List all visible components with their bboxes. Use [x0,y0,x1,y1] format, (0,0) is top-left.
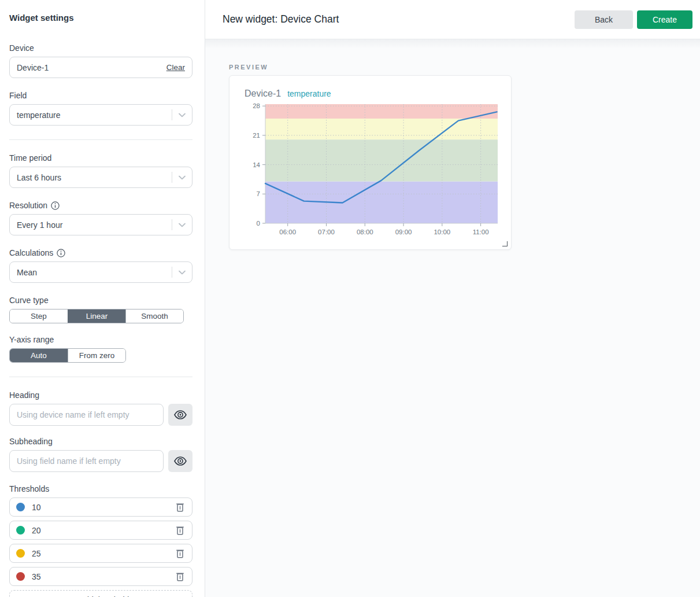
svg-text:09:00: 09:00 [395,229,412,235]
time-period-group: Time period Last 6 hours [9,153,192,188]
chevron-down-icon [179,270,186,274]
heading-label: Heading [9,390,192,400]
svg-text:7: 7 [257,190,260,197]
curve-type-option-step[interactable]: Step [10,309,68,323]
threshold-row: 35 [9,567,192,586]
widget-settings-sidebar: Widget settings Device Device-1 Clear Fi… [0,0,205,597]
widget-subheading: temperature [287,89,331,98]
trash-icon [176,574,184,583]
resolution-value: Every 1 hour [17,220,62,230]
svg-text:28: 28 [253,102,260,109]
chevron-down-icon [179,113,186,117]
curve-type-group: Curve type Step Linear Smooth [9,296,192,323]
create-button[interactable]: Create [637,10,692,29]
delete-threshold-button[interactable] [175,524,186,536]
delete-threshold-button[interactable] [175,570,186,583]
widget-title-row: Device-1 temperature [229,76,511,99]
preview-chart: 0714212806:0007:0008:0009:0010:0011:00 [229,100,512,238]
svg-text:11:00: 11:00 [473,229,489,235]
curve-type-segmented-control: Step Linear Smooth [9,309,184,323]
calculations-group: Calculations Mean [9,248,192,283]
svg-text:08:00: 08:00 [357,229,373,235]
device-value: Device-1 [17,63,49,72]
curve-type-option-smooth[interactable]: Smooth [125,309,183,323]
sidebar-title: Widget settings [9,13,192,23]
resolution-select[interactable]: Every 1 hour [9,214,192,235]
chevron-down-icon [179,223,186,227]
curve-type-label: Curve type [9,296,192,305]
y-axis-range-segmented-control: Auto From zero [9,348,126,363]
chart-container: 0714212806:0007:0008:0009:0010:0011:00 [229,100,511,240]
field-value: temperature [17,110,60,120]
chevron-down-icon [179,175,186,179]
page-header: New widget: Device Chart Back Create [205,0,700,39]
threshold-color-dot [16,549,25,558]
svg-text:14: 14 [253,161,260,168]
threshold-color-dot [16,572,25,581]
resolution-label: Resolution [9,201,47,210]
threshold-color-dot [16,526,25,535]
main-area: New widget: Device Chart Back Create PRE… [205,0,700,597]
time-period-select[interactable]: Last 6 hours [9,167,192,188]
y-axis-option-from-zero[interactable]: From zero [68,349,125,362]
device-group: Device Device-1 Clear [9,43,192,78]
trash-icon [176,505,184,514]
time-period-value: Last 6 hours [17,173,61,182]
threshold-value: 20 [32,526,175,535]
field-group: Field temperature [9,91,192,126]
trash-icon [176,528,184,537]
calculations-value: Mean [17,268,37,277]
sidebar-divider [9,377,192,377]
thresholds-label: Thresholds [9,484,192,493]
time-period-label: Time period [9,153,192,163]
field-label: Field [9,91,192,100]
svg-text:21: 21 [253,132,260,139]
delete-threshold-button[interactable] [175,501,186,513]
heading-input[interactable] [9,404,164,426]
info-icon[interactable] [57,249,65,257]
add-threshold-button[interactable]: + Add threshold [9,590,192,597]
threshold-color-dot [16,503,25,511]
preview-section-label: PREVIEW [229,64,700,71]
calculations-label: Calculations [9,248,53,257]
thresholds-group: Thresholds 10 20 25 35 [9,484,192,597]
calculations-select[interactable]: Mean [9,261,192,283]
back-button[interactable]: Back [575,10,633,29]
widget-heading: Device-1 [245,89,281,99]
trash-icon [176,551,184,560]
threshold-row: 20 [9,521,192,540]
resolution-group: Resolution Every 1 hour [9,201,192,235]
threshold-value: 35 [32,572,175,581]
device-field[interactable]: Device-1 Clear [9,57,192,78]
resize-handle-icon[interactable] [502,241,508,246]
heading-group: Heading [9,390,192,426]
subheading-visibility-button[interactable] [168,450,192,472]
svg-text:07:00: 07:00 [318,229,335,235]
heading-visibility-button[interactable] [168,404,192,426]
subheading-group: Subheading [9,437,192,472]
info-icon[interactable] [51,201,60,210]
subheading-input[interactable] [9,450,164,472]
svg-text:06:00: 06:00 [279,229,296,235]
field-select[interactable]: temperature [9,104,192,126]
y-axis-range-label: Y-axis range [9,335,192,344]
y-axis-option-auto[interactable]: Auto [10,349,68,362]
threshold-row: 10 [9,498,192,517]
page-title: New widget: Device Chart [223,13,575,25]
svg-text:10:00: 10:00 [434,229,450,235]
device-clear-link[interactable]: Clear [166,63,185,72]
threshold-value: 25 [32,549,175,558]
threshold-row: 25 [9,544,192,563]
delete-threshold-button[interactable] [175,547,186,559]
content-area: PREVIEW Device-1 temperature 0714212806:… [205,39,700,597]
y-axis-range-group: Y-axis range Auto From zero [9,335,192,363]
eye-icon [174,410,187,419]
svg-text:0: 0 [257,220,260,227]
widget-preview-card: Device-1 temperature 0714212806:0007:000… [229,75,512,250]
subheading-label: Subheading [9,437,192,446]
device-label: Device [9,43,192,53]
curve-type-option-linear[interactable]: Linear [68,309,125,323]
threshold-value: 10 [32,503,175,512]
sidebar-divider [9,139,192,140]
eye-icon [174,456,187,466]
